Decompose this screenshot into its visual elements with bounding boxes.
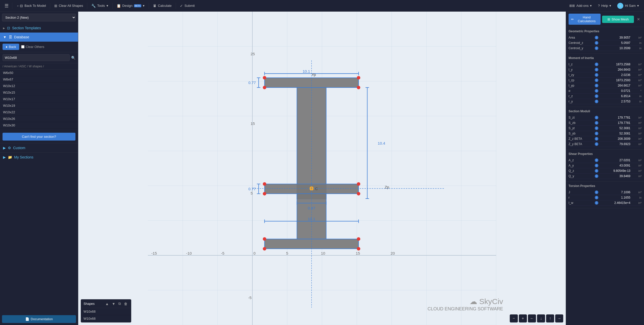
zoom-in-btn[interactable]: + [519, 314, 527, 322]
tools-btn[interactable]: 🔧 Tools ▾ [89, 3, 111, 9]
info-icon[interactable]: i [595, 191, 598, 194]
clear-others-label[interactable]: Clear Others [21, 45, 44, 49]
moduli-rows: S_zt i 179.7781 in³ S_zb i 179.7781 in³ … [569, 115, 641, 147]
shape-up-btn[interactable]: ▲ [104, 301, 110, 306]
prop-label: S_yt [569, 126, 594, 130]
info-icon[interactable]: i [595, 41, 598, 45]
prop-row: I_w i 2.46415e+4 in⁶ [569, 200, 641, 206]
section-select[interactable]: Section 2 (New) [2, 14, 76, 21]
prop-unit: in [631, 41, 641, 44]
info-icon[interactable]: i [595, 100, 598, 103]
pan-left-btn[interactable]: ← [528, 314, 536, 322]
info-icon[interactable]: i [595, 158, 598, 162]
help-btn[interactable]: ? Help ▾ [595, 3, 614, 9]
design-btn[interactable]: 📋 Design BETA ▾ [114, 3, 147, 9]
prop-unit: in³ [631, 137, 641, 140]
moduli-title: Section Moduli [569, 110, 641, 113]
my-sections-label: My Sections [14, 155, 33, 159]
user-btn[interactable]: S Hi Sam ▾ [615, 2, 641, 10]
prop-label: A_y [569, 164, 594, 167]
info-icon[interactable]: i [595, 169, 598, 173]
search-button[interactable]: 🔍 [71, 56, 75, 60]
shape-down-btn[interactable]: ▼ [111, 301, 116, 306]
shape-list-item[interactable]: W10x17 [0, 96, 78, 102]
my-sections-section[interactable]: ▶ 📁 My Sections [0, 152, 78, 162]
hand-calc-btn[interactable]: ✏ Hand Calculations [569, 14, 601, 25]
design-chevron: ▾ [143, 4, 145, 8]
handle-botf-l [263, 247, 266, 251]
back-button[interactable]: ● Back [3, 44, 19, 50]
shape-copy-btn[interactable]: ⧉ [117, 301, 122, 306]
prop-row: r_y i 2.5753 in [569, 99, 641, 104]
info-icon[interactable]: i [595, 84, 598, 87]
shape-list-item[interactable]: W10x33 [0, 129, 78, 130]
back-to-model-btn[interactable]: ←⊟ Back To Model [14, 3, 48, 9]
info-icon[interactable]: i [595, 78, 598, 82]
canvas-area[interactable]: -15 -10 -5 0 5 10 15 20 25 15 5 -5 [78, 12, 566, 325]
info-icon[interactable]: i [595, 63, 598, 66]
database-icon: 🗄 [9, 35, 12, 39]
pan-up-btn[interactable]: ↑ [546, 314, 554, 322]
shape-list-item[interactable]: W10x12 [0, 83, 78, 89]
grid-v [183, 12, 496, 325]
right-panel-close-btn[interactable]: × [635, 16, 641, 23]
prop-unit: ° [631, 89, 641, 92]
shape-list-item[interactable]: W10x15 [0, 89, 78, 96]
info-icon[interactable]: i [595, 36, 598, 39]
hamburger-menu[interactable]: ☰ [3, 2, 11, 10]
info-icon[interactable]: i [595, 116, 598, 119]
submit-btn[interactable]: ✓ Submit [177, 3, 197, 9]
shape-list-item[interactable]: W6x50 [0, 70, 78, 76]
shape-list-item[interactable]: W10x19 [0, 102, 78, 109]
section-templates-header[interactable]: ▶ ⊡ Section Templates [0, 23, 78, 33]
show-mesh-btn[interactable]: ⊞ Show Mesh [602, 16, 634, 23]
info-icon[interactable]: i [595, 137, 598, 141]
info-icon[interactable]: i [595, 201, 598, 205]
cant-find-button[interactable]: Can't find your section? [3, 133, 75, 141]
mesh-icon: ⊞ [607, 17, 610, 21]
prop-label: I_w [569, 201, 594, 205]
info-icon[interactable]: i [595, 142, 598, 146]
skyciv-logo-text: ☁ SkyCiv [470, 297, 503, 306]
addons-btn[interactable]: ⊞⊞ Add-ons ▾ [567, 3, 594, 9]
my-sections-arrow: ▶ [3, 155, 6, 159]
info-icon[interactable]: i [595, 89, 598, 93]
prop-value: 2.5753 [601, 100, 630, 103]
shape-item-0[interactable]: W10x68 [81, 308, 131, 315]
custom-label: Custom [13, 146, 25, 150]
shape-delete-btn[interactable]: 🗑 [123, 301, 128, 306]
documentation-btn[interactable]: 📄 Documentation [2, 315, 76, 323]
info-icon[interactable]: i [595, 46, 598, 50]
shape-list-item[interactable]: W10x22 [0, 109, 78, 116]
calc-icon: 🖩 [153, 4, 156, 8]
info-icon[interactable]: i [595, 196, 598, 199]
info-icon[interactable]: i [595, 73, 598, 77]
calculate-btn[interactable]: 🖩 Calculate [150, 3, 174, 9]
search-input[interactable] [3, 54, 70, 61]
database-header[interactable]: ▼ 🗄 Database [0, 33, 78, 42]
clear-all-shapes-btn[interactable]: ⊞ Clear All Shapes [52, 3, 86, 9]
handle-tl [263, 76, 266, 79]
shape-list-item[interactable]: W8x67 [0, 76, 78, 83]
info-icon[interactable]: i [595, 121, 598, 125]
pan-down-btn[interactable]: ↓ [537, 314, 545, 322]
shape-list-item[interactable]: W10x30 [0, 122, 78, 129]
info-icon[interactable]: i [595, 132, 598, 135]
zoom-out-btn[interactable]: − [510, 314, 518, 322]
clear-others-checkbox[interactable] [21, 45, 24, 48]
shape-item-1[interactable]: W10x68 [81, 315, 131, 322]
axis-label--10: -10 [186, 251, 192, 255]
info-icon[interactable]: i [595, 174, 598, 178]
shape-list-item[interactable]: W10x26 [0, 116, 78, 122]
info-icon[interactable]: i [595, 68, 598, 71]
custom-section[interactable]: ▶ ⚙ Custom [0, 143, 78, 152]
prop-row: A_y i 43.0091 in² [569, 163, 641, 168]
info-icon[interactable]: i [595, 164, 598, 167]
help-icon: ? [598, 4, 600, 8]
info-icon[interactable]: i [595, 126, 598, 130]
pan-right-btn[interactable]: → [555, 314, 563, 322]
handle-bot-r [357, 237, 360, 241]
prop-value: 9.80549e-13 [601, 169, 630, 173]
prop-label: S_zb [569, 121, 594, 125]
info-icon[interactable]: i [595, 94, 598, 98]
